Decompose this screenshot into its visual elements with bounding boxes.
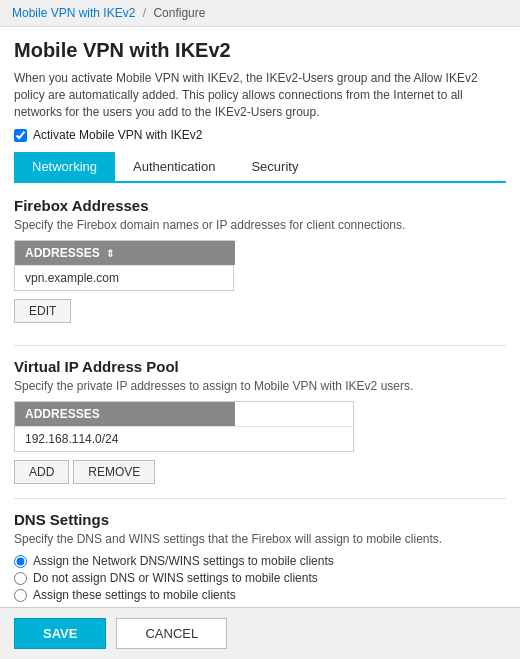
virtual-pool-title: Virtual IP Address Pool	[14, 358, 506, 375]
cancel-button[interactable]: CANCEL	[116, 618, 227, 649]
firebox-addresses-table: ADDRESSES ⇕ vpn.example.com	[14, 240, 234, 291]
radio-no-assign[interactable]	[14, 572, 27, 585]
virtual-pool-section: Virtual IP Address Pool Specify the priv…	[14, 358, 506, 484]
virtual-pool-table: ADDRESSES 192.168.114.0/24	[14, 401, 354, 452]
firebox-desc: Specify the Firebox domain names or IP a…	[14, 218, 506, 232]
tab-networking[interactable]: Networking	[14, 152, 115, 181]
dns-radio-group: Assign the Network DNS/WINS settings to …	[14, 554, 506, 602]
remove-button[interactable]: REMOVE	[73, 460, 155, 484]
radio-row-2: Assign these settings to mobile clients	[14, 588, 506, 602]
radio-no-assign-label: Do not assign DNS or WINS settings to mo…	[33, 571, 318, 585]
tab-security[interactable]: Security	[233, 152, 316, 181]
virtual-pool-column-header: ADDRESSES	[15, 402, 235, 426]
add-remove-row: ADD REMOVE	[14, 460, 506, 484]
virtual-pool-address-row: 192.168.114.0/24	[15, 426, 353, 451]
footer-bar: SAVE CANCEL	[0, 607, 520, 659]
tab-authentication[interactable]: Authentication	[115, 152, 233, 181]
add-button[interactable]: ADD	[14, 460, 69, 484]
firebox-title: Firebox Addresses	[14, 197, 506, 214]
page-title: Mobile VPN with IKEv2	[14, 39, 506, 62]
dns-title: DNS Settings	[14, 511, 506, 528]
firebox-address-row: vpn.example.com	[15, 265, 233, 290]
sort-icon: ⇕	[106, 248, 114, 259]
radio-row-0: Assign the Network DNS/WINS settings to …	[14, 554, 506, 568]
radio-assign-network[interactable]	[14, 555, 27, 568]
breadcrumb-current: Configure	[153, 6, 205, 20]
save-button[interactable]: SAVE	[14, 618, 106, 649]
breadcrumb-separator: /	[143, 6, 146, 20]
firebox-section: Firebox Addresses Specify the Firebox do…	[14, 197, 506, 337]
breadcrumb-parent-link[interactable]: Mobile VPN with IKEv2	[12, 6, 135, 20]
activate-checkbox[interactable]	[14, 129, 27, 142]
radio-assign-network-label: Assign the Network DNS/WINS settings to …	[33, 554, 334, 568]
radio-assign-these[interactable]	[14, 589, 27, 602]
dns-desc: Specify the DNS and WINS settings that t…	[14, 532, 506, 546]
edit-button[interactable]: EDIT	[14, 299, 71, 323]
page-description: When you activate Mobile VPN with IKEv2,…	[14, 70, 506, 120]
activate-label: Activate Mobile VPN with IKEv2	[33, 128, 202, 142]
radio-assign-these-label: Assign these settings to mobile clients	[33, 588, 236, 602]
breadcrumb-bar: Mobile VPN with IKEv2 / Configure	[0, 0, 520, 27]
firebox-column-header: ADDRESSES ⇕	[15, 241, 235, 265]
radio-row-1: Do not assign DNS or WINS settings to mo…	[14, 571, 506, 585]
tabs-bar: Networking Authentication Security	[14, 152, 506, 183]
virtual-pool-desc: Specify the private IP addresses to assi…	[14, 379, 506, 393]
